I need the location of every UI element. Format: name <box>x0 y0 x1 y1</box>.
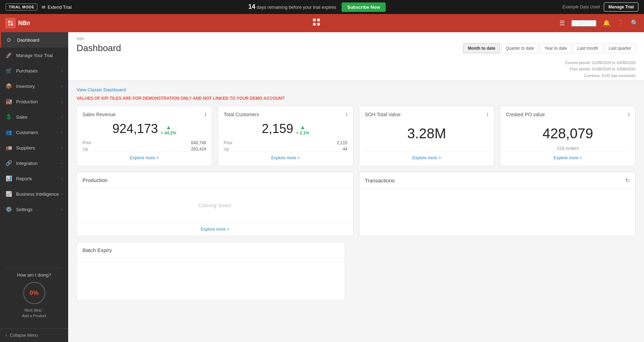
hamburger-icon[interactable]: ☰ <box>559 19 565 27</box>
chevron-right-icon: › <box>62 192 63 196</box>
sidebar-bottom: How am I doing? 0% Next Step : Add a Pro… <box>0 262 68 328</box>
info-icon[interactable]: ℹ <box>628 112 630 117</box>
kpi-title: Created PO value <box>506 112 545 117</box>
filter-month-to-date[interactable]: Month to date <box>463 43 500 53</box>
prior-value: 640,749 <box>146 140 206 145</box>
sidebar-item-inventory[interactable]: 📦 Inventory › <box>0 78 68 94</box>
sidebar-item-customers[interactable]: 👥 Customers › <box>0 125 68 140</box>
classic-dashboard-link[interactable]: View Classic Dashboard <box>77 87 126 92</box>
kpi-pct: + 2.1% <box>296 131 309 135</box>
sidebar-item-suppliers[interactable]: 🚛 Suppliers › <box>0 140 68 155</box>
svg-rect-3 <box>11 23 13 26</box>
collapse-chevron-icon: ‹ <box>6 333 7 338</box>
kpi-main-value: 924,173 <box>113 121 158 136</box>
page-title: Dashboard <box>77 43 121 54</box>
production-card: Production Coming Soon! Explore more > <box>77 172 353 236</box>
kpi-subtext: 318 orders <box>506 146 630 151</box>
up-arrow-icon: ▲ <box>300 124 306 131</box>
sidebar-item-reports[interactable]: 📊 Reports › <box>0 171 68 186</box>
days-remaining: 14 <box>248 3 255 10</box>
docs-button[interactable]: N8n Docs ▾ <box>571 20 596 27</box>
chevron-right-icon: › <box>62 100 63 104</box>
trial-bar: TRIAL MODE ✉ Extend Trial 14 days remain… <box>0 0 644 14</box>
sidebar-item-label: Suppliers <box>16 145 62 151</box>
logo-area: N8n <box>6 18 74 28</box>
sidebar-item-business-intelligence[interactable]: 📈 Business Intelligence › <box>0 186 68 202</box>
bell-icon[interactable]: 🔔 <box>603 19 610 27</box>
explore-link[interactable]: Explore more > <box>77 222 353 236</box>
kpi-soh-total-value: SOH Total Value ℹ 3.28M Explore more > <box>359 106 495 166</box>
sidebar-item-dashboard[interactable]: ⊙ Dashboard <box>0 32 68 48</box>
card-header: Batch Expiry <box>77 242 345 258</box>
sidebar-item-purchases[interactable]: 🛒 Purchases › <box>0 63 68 78</box>
inventory-icon: 📦 <box>6 83 13 89</box>
card-body <box>77 258 345 300</box>
svg-rect-1 <box>11 21 13 23</box>
reports-icon: 📊 <box>6 175 13 182</box>
explore-link[interactable]: Explore more > <box>224 152 348 160</box>
nav-center <box>74 18 559 28</box>
sidebar-item-label: Production <box>16 99 62 104</box>
breadcrumb: N8n <box>77 36 636 41</box>
sidebar-item-production[interactable]: 🏭 Production › <box>0 94 68 109</box>
kpi-value-row: 2,159 ▲ + 2.1% <box>224 121 348 138</box>
filter-quarter-to-date[interactable]: Quarter to date <box>501 43 539 53</box>
kpi-large-value: 3.28M <box>365 126 489 141</box>
sidebar-item-label: Settings <box>16 207 62 212</box>
kpi-value-row: 924,173 ▲ + 44.2% <box>83 121 206 138</box>
kpi-header: Total Customers ℹ <box>224 112 348 117</box>
app-body: ⊙ Dashboard 🚀 Manage Your Trial 🛒 Purcha… <box>0 32 644 342</box>
up-value: 283,424 <box>146 147 206 152</box>
batch-expiry-card: Batch Expiry <box>77 242 345 301</box>
kpi-prior-row: Prior 640,749 Up 283,424 <box>83 140 206 152</box>
subscribe-now-button[interactable]: Subscribe Now <box>342 2 386 12</box>
manage-trial-button[interactable]: Manage Trial <box>604 2 638 12</box>
chevron-right-icon: › <box>62 161 63 165</box>
up-value: 44 <box>287 147 348 152</box>
chevron-right-icon: › <box>62 84 63 88</box>
grid-icon[interactable] <box>313 18 320 28</box>
sidebar: ⊙ Dashboard 🚀 Manage Your Trial 🛒 Purcha… <box>0 32 68 342</box>
card-title: Production <box>83 177 108 183</box>
prior-label: Prior <box>224 140 284 145</box>
integration-icon: 🔗 <box>6 160 13 166</box>
extend-trial-button[interactable]: ✉ Extend Trial <box>42 5 72 10</box>
kpi-header: Sales Revenue ℹ <box>83 112 206 117</box>
chevron-right-icon: › <box>62 131 63 134</box>
example-data-label: Example Data Used <box>563 5 600 9</box>
trial-icon: 🚀 <box>6 52 13 58</box>
sidebar-item-sales[interactable]: 💲 Sales › <box>0 109 68 125</box>
explore-link[interactable]: Explore more > <box>506 152 630 160</box>
kpi-grid: Sales Revenue ℹ 924,173 ▲ + 44.2% Prior … <box>77 106 636 166</box>
info-icon[interactable]: ℹ <box>487 112 488 117</box>
currency-info: Currency: EUR (tax exclusive) <box>77 74 636 81</box>
filter-last-month[interactable]: Last month <box>573 43 603 53</box>
filter-year-to-date[interactable]: Year to date <box>540 43 571 53</box>
kpi-sales-revenue: Sales Revenue ℹ 924,173 ▲ + 44.2% Prior … <box>77 106 212 166</box>
sidebar-item-settings[interactable]: ⚙️ Settings › <box>0 202 68 217</box>
suppliers-icon: 🚛 <box>6 145 13 151</box>
sidebar-item-manage-trial[interactable]: 🚀 Manage Your Trial <box>0 48 68 63</box>
kpi-header: Created PO value ℹ <box>506 112 630 117</box>
trial-mode-badge[interactable]: TRIAL MODE <box>6 4 37 11</box>
main-content: N8n Dashboard Month to date Quarter to d… <box>68 32 644 342</box>
sidebar-item-integration[interactable]: 🔗 Integration › <box>0 155 68 171</box>
refresh-icon[interactable]: ↻ <box>625 177 630 184</box>
sidebar-item-label: Integration <box>16 161 62 166</box>
help-icon[interactable]: ❓ <box>617 19 624 27</box>
chevron-down-icon: ▾ <box>593 21 596 26</box>
collapse-menu-button[interactable]: ‹ Collapse Menu <box>0 328 68 342</box>
filter-last-quarter[interactable]: Last quarter <box>604 43 636 53</box>
sidebar-item-label: Purchases <box>16 68 62 74</box>
card-title: Batch Expiry <box>83 247 112 253</box>
purchases-icon: 🛒 <box>6 68 13 74</box>
explore-link[interactable]: Explore more > <box>365 152 489 160</box>
customers-icon: 👥 <box>6 129 13 135</box>
info-icon[interactable]: ℹ <box>346 112 348 117</box>
sidebar-item-label: Dashboard <box>17 37 63 43</box>
kpi-title: Sales Revenue <box>83 112 116 117</box>
explore-link[interactable]: Explore more > <box>83 152 206 160</box>
search-icon[interactable]: 🔍 <box>631 19 638 27</box>
info-icon[interactable]: ℹ <box>205 112 206 117</box>
kpi-large-value: 428,079 <box>506 126 630 141</box>
